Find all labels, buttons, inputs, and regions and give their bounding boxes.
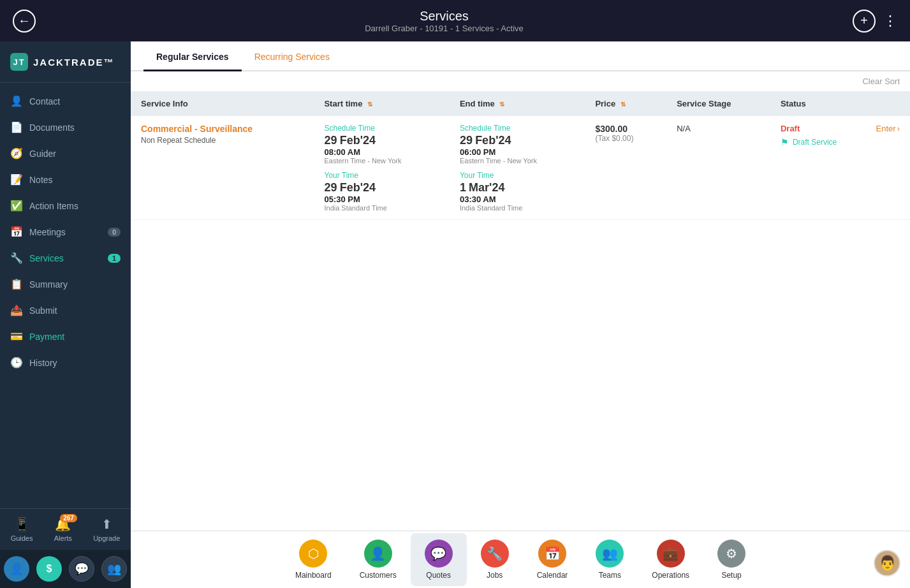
- content-wrapper: Regular Services Recurring Services Clea…: [131, 41, 910, 588]
- service-name[interactable]: Commercial - Surveillance: [141, 124, 304, 134]
- customers-icon: 👤: [364, 540, 392, 568]
- avatar-chat[interactable]: 💬: [69, 556, 94, 582]
- tab-regular-services[interactable]: Regular Services: [143, 41, 242, 71]
- cell-end-time: Schedule Time 29 Feb'24 06:00 PM Eastern…: [450, 116, 585, 220]
- sidebar-item-services[interactable]: 🔧 Services 1: [0, 245, 131, 271]
- sidebar-item-payment[interactable]: 💳 Payment: [0, 323, 131, 349]
- end-your-date-num: 1: [460, 181, 466, 194]
- nav-teams[interactable]: 👥 Teams: [582, 533, 638, 586]
- sidebar-item-label: History: [29, 358, 57, 368]
- start-your-date-month: Feb'24: [340, 181, 376, 194]
- table-container: Service Info Start time ⇅ End time ⇅: [131, 91, 910, 531]
- start-tz: Eastern Time - New York: [324, 157, 439, 165]
- meetings-icon: 📅: [10, 226, 23, 238]
- meetings-badge: 0: [108, 228, 121, 237]
- end-your-label: Your Time: [460, 171, 575, 180]
- table-header: Service Info Start time ⇅ End time ⇅: [131, 91, 910, 116]
- stage-value: N/A: [677, 124, 691, 133]
- more-button[interactable]: ⋮: [883, 13, 897, 29]
- col-status: Status: [770, 91, 910, 116]
- sidebar-item-guider[interactable]: 🧭 Guider: [0, 140, 131, 166]
- nav-customers[interactable]: 👤 Customers: [346, 533, 411, 586]
- cell-stage: N/A: [666, 116, 770, 220]
- sidebar-item-contact[interactable]: 👤 Contact: [0, 88, 131, 114]
- summary-icon: 📋: [10, 278, 23, 290]
- page-title: Services: [365, 9, 524, 24]
- cell-price: $300.00 (Tax $0.00): [585, 116, 666, 220]
- start-date: 29 Feb'24: [324, 134, 439, 147]
- guides-label: Guides: [11, 534, 33, 542]
- sidebar-item-submit[interactable]: 📤 Submit: [0, 297, 131, 323]
- footer-guides[interactable]: 📱 Guides: [11, 517, 33, 542]
- upgrade-icon: ⬆: [101, 517, 112, 532]
- cell-status: Draft ⚑ Draft Service Enter ›: [770, 116, 910, 220]
- tabs-bar: Regular Services Recurring Services: [131, 41, 910, 71]
- sidebar-item-notes[interactable]: 📝 Notes: [0, 166, 131, 193]
- table-body: Commercial - Surveillance Non Repeat Sch…: [131, 116, 910, 220]
- nav-jobs[interactable]: 🔧 Jobs: [467, 533, 523, 586]
- col-service-stage: Service Stage: [666, 91, 770, 116]
- teams-icon: 👥: [596, 540, 624, 568]
- end-date-month: Feb'24: [475, 134, 511, 147]
- sidebar-item-label: Summary: [29, 279, 68, 290]
- sidebar-item-documents[interactable]: 📄 Documents: [0, 114, 131, 140]
- col-start-time[interactable]: Start time ⇅: [314, 91, 449, 116]
- status-draft: Draft: [781, 124, 837, 133]
- main-area: JT JACKTRADE™ 👤 Contact 📄 Documents 🧭 Gu…: [0, 41, 910, 588]
- sidebar-item-label: Payment: [29, 332, 64, 342]
- guider-icon: 🧭: [10, 147, 23, 159]
- tab-recurring-services[interactable]: Recurring Services: [242, 41, 342, 71]
- avatar-group[interactable]: 👥: [101, 556, 127, 582]
- price-main: $300.00: [595, 124, 656, 134]
- nav-setup[interactable]: ⚙ Setup: [703, 533, 760, 586]
- start-your-date: 29 Feb'24: [324, 181, 439, 195]
- clear-sort-button[interactable]: Clear Sort: [862, 77, 900, 86]
- contact-icon: 👤: [10, 95, 23, 107]
- sidebar-item-summary[interactable]: 📋 Summary: [0, 271, 131, 297]
- sidebar-item-label: Contact: [29, 96, 60, 107]
- start-your-date-num: 29: [324, 181, 337, 194]
- avatar-row: 👤 $ 💬 👥: [0, 550, 131, 588]
- nav-operations[interactable]: 💼 Operations: [638, 533, 703, 586]
- col-end-time[interactable]: End time ⇅: [450, 91, 585, 116]
- cell-service-info: Commercial - Surveillance Non Repeat Sch…: [131, 116, 314, 220]
- avatar-dollar[interactable]: $: [36, 556, 62, 582]
- sidebar-item-history[interactable]: 🕒 History: [0, 349, 131, 376]
- end-your-date: 1 Mar'24: [460, 181, 575, 195]
- setup-icon: ⚙: [717, 540, 745, 568]
- user-avatar[interactable]: 👨: [874, 550, 900, 577]
- quotes-label: Quotes: [426, 571, 451, 580]
- enter-button[interactable]: Enter ›: [876, 124, 900, 133]
- header-subtitle: Darrell Graber - 10191 - 1 Services - Ac…: [365, 24, 524, 33]
- sidebar-item-action-items[interactable]: ✅ Action Items: [0, 193, 131, 219]
- cell-start-time: Schedule Time 29 Feb'24 08:00 AM Eastern…: [314, 116, 449, 220]
- logo-icon: JT: [10, 53, 28, 71]
- sidebar-footer: 📱 Guides 🔔 267 Alerts ⬆ Upgrade: [0, 508, 131, 550]
- sidebar-item-label: Documents: [29, 122, 75, 133]
- nav-mainboard[interactable]: ⬡ Mainboard: [281, 533, 346, 586]
- sort-start-icon: ⇅: [367, 101, 372, 108]
- start-your-time: 05:30 PM: [324, 195, 439, 204]
- nav-quotes[interactable]: 💬 Quotes: [411, 533, 467, 586]
- col-service-info: Service Info: [131, 91, 314, 116]
- services-icon: 🔧: [10, 252, 23, 264]
- end-date: 29 Feb'24: [460, 134, 575, 147]
- footer-upgrade[interactable]: ⬆ Upgrade: [93, 517, 120, 542]
- enter-chevron-icon: ›: [897, 124, 900, 133]
- avatar-user[interactable]: 👤: [4, 556, 29, 582]
- logo-text: JACKTRADE™: [33, 57, 115, 68]
- sidebar-item-meetings[interactable]: 📅 Meetings 0: [0, 219, 131, 245]
- footer-alerts[interactable]: 🔔 267 Alerts: [54, 517, 72, 542]
- start-your-tz: India Standard Time: [324, 204, 439, 212]
- content-toolbar: Clear Sort: [131, 71, 910, 91]
- history-icon: 🕒: [10, 356, 23, 369]
- jobs-label: Jobs: [487, 571, 503, 580]
- alerts-badge: 267: [60, 514, 77, 522]
- price-tax: (Tax $0.00): [595, 134, 656, 143]
- payment-icon: 💳: [10, 330, 23, 342]
- start-date-month: Feb'24: [340, 134, 376, 147]
- back-button[interactable]: ←: [13, 10, 36, 33]
- col-price[interactable]: Price ⇅: [585, 91, 666, 116]
- add-button[interactable]: +: [853, 10, 876, 33]
- nav-calendar[interactable]: 📅 Calendar: [523, 533, 582, 586]
